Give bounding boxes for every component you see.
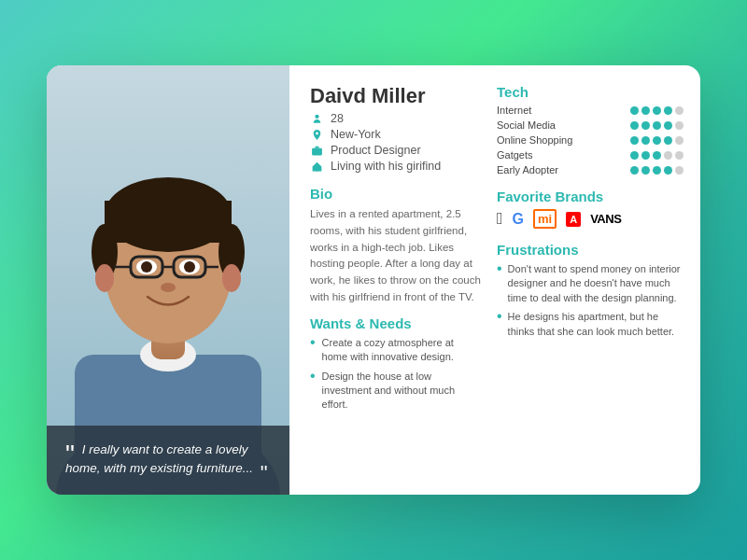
svg-point-18: [184, 261, 195, 273]
dot-filled-3-1: [641, 151, 650, 160]
dot-empty-4-0: [675, 166, 684, 175]
brands-title: Favorite Brands: [497, 189, 684, 204]
frustration-text-1: Don't want to spend money on interior de…: [508, 262, 684, 305]
frustration-item-2: • He designs his apartment, but he think…: [497, 310, 684, 339]
tech-dots-3: [630, 151, 684, 160]
dot-filled-0-0: [630, 106, 639, 115]
location-icon: [310, 128, 323, 141]
dot-filled-4-0: [630, 166, 639, 175]
bullet-2: •: [310, 369, 316, 413]
dot-empty-3-1: [675, 151, 684, 160]
dot-filled-0-3: [664, 106, 672, 115]
wants-text-2: Design the house at low investment and w…: [322, 370, 482, 413]
tech-label-2: Online Shopping: [497, 134, 572, 146]
tech-title: Tech: [497, 84, 684, 100]
bio-text: Lives in a rented apartment, 2.5 rooms, …: [310, 206, 482, 306]
tech-label-0: Internet: [497, 105, 531, 116]
dot-filled-4-3: [664, 166, 672, 175]
bio-section: Bio Lives in a rented apartment, 2.5 roo…: [310, 186, 482, 306]
frustration-bullet-2: •: [497, 309, 502, 339]
svg-point-21: [161, 283, 176, 292]
dot-filled-4-2: [653, 166, 661, 175]
tech-row-4: Early Adopter: [497, 164, 684, 175]
dot-filled-1-1: [641, 121, 650, 130]
svg-point-17: [141, 261, 152, 273]
brand-apple: : [497, 209, 503, 229]
dot-empty-3-0: [664, 151, 672, 160]
dot-filled-1-3: [664, 121, 672, 130]
tech-row-0: Internet: [497, 105, 684, 116]
dot-filled-0-1: [641, 106, 650, 115]
frustrations-list: • Don't want to spend money on interior …: [497, 262, 684, 339]
left-column: Daivd Miller 28 New-York: [310, 84, 482, 480]
tech-dots-2: [630, 136, 684, 145]
brand-mi: mi: [533, 209, 557, 229]
dot-empty-1-0: [675, 121, 684, 130]
wants-text-1: Create a cozy atmosphere at home with in…: [322, 336, 482, 365]
quote-text: I really want to create a lovely home, w…: [65, 442, 253, 475]
dot-filled-3-2: [653, 151, 661, 160]
meta-age: 28: [310, 112, 482, 125]
svg-rect-24: [315, 168, 317, 171]
tech-dots-4: [630, 166, 684, 175]
person-name: Daivd Miller: [310, 84, 482, 108]
info-section: Daivd Miller 28 New-York: [289, 65, 700, 495]
wants-item-2: • Design the house at low investment and…: [310, 370, 482, 413]
home-icon: [310, 160, 323, 173]
frustrations-title: Frustrations: [497, 242, 684, 258]
tech-section: Tech InternetSocial MediaOnline Shopping…: [497, 84, 684, 175]
brand-google: G: [513, 211, 524, 228]
tech-dots-0: [630, 106, 684, 115]
wants-item-1: • Create a cozy atmosphere at home with …: [310, 336, 482, 365]
tech-row-2: Online Shopping: [497, 134, 684, 146]
tech-row-3: Gatgets: [497, 149, 684, 161]
meta-list: 28 New-York Product Design: [310, 112, 482, 173]
briefcase-icon: [310, 144, 323, 157]
svg-rect-9: [105, 201, 232, 243]
meta-living: Living with his girifind: [310, 160, 482, 173]
wants-title: Wants & Needs: [310, 315, 482, 331]
wants-section: Wants & Needs • Create a cozy atmosphere…: [310, 315, 482, 413]
svg-rect-23: [312, 147, 322, 155]
frustration-bullet-1: •: [497, 261, 502, 305]
brand-adobe: A: [566, 212, 581, 227]
bio-title: Bio: [310, 186, 482, 202]
svg-point-19: [95, 264, 114, 292]
dot-filled-2-3: [664, 136, 672, 145]
quote-overlay: " I really want to create a lovely home,…: [47, 426, 289, 496]
tech-rows: InternetSocial MediaOnline ShoppingGatge…: [497, 105, 684, 175]
brand-vans: VANS: [590, 212, 621, 226]
frustrations-section: Frustrations • Don't want to spend money…: [497, 242, 684, 339]
dot-filled-3-0: [630, 151, 639, 160]
dot-filled-2-2: [653, 136, 661, 145]
person-icon: [310, 112, 323, 125]
tech-label-4: Early Adopter: [497, 164, 558, 175]
dot-filled-2-1: [641, 136, 650, 145]
profile-card: " I really want to create a lovely home,…: [47, 65, 700, 495]
meta-job: Product Designer: [310, 144, 482, 157]
svg-point-22: [315, 114, 318, 118]
tech-label-1: Social Media: [497, 119, 556, 131]
brands-section: Favorite Brands  G mi A VANS: [497, 189, 684, 229]
svg-point-20: [222, 264, 241, 292]
tech-row-1: Social Media: [497, 119, 684, 131]
dot-filled-2-0: [630, 136, 639, 145]
photo-section: " I really want to create a lovely home,…: [47, 65, 289, 495]
dot-filled-0-2: [653, 106, 661, 115]
bullet-1: •: [310, 335, 316, 365]
right-column: Tech InternetSocial MediaOnline Shopping…: [497, 84, 684, 480]
tech-label-3: Gatgets: [497, 149, 533, 161]
wants-list: • Create a cozy atmosphere at home with …: [310, 336, 482, 413]
dot-empty-2-0: [675, 136, 684, 145]
meta-location: New-York: [310, 128, 482, 141]
dot-filled-1-0: [630, 121, 639, 130]
tech-dots-1: [630, 121, 684, 130]
frustration-text-2: He designs his apartment, but he thinks …: [508, 310, 684, 339]
dot-empty-0-0: [675, 106, 684, 115]
frustration-item-1: • Don't want to spend money on interior …: [497, 262, 684, 305]
dot-filled-1-2: [653, 121, 661, 130]
dot-filled-4-1: [641, 166, 650, 175]
brands-row:  G mi A VANS: [497, 209, 684, 229]
